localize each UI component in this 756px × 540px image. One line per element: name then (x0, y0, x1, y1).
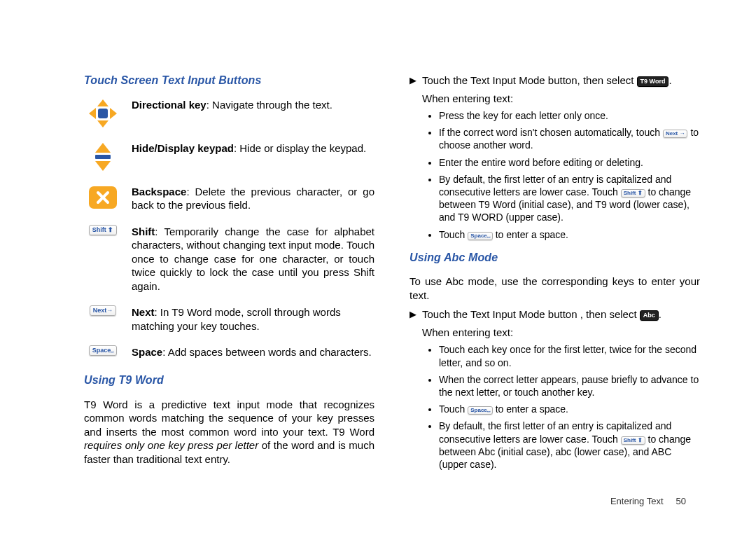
t9-bullet-5: Touch Space⎵ to enter a space. (439, 228, 700, 241)
next-key-icon: Next→ (84, 305, 122, 316)
space-desc: : Add spaces between words and character… (162, 346, 372, 358)
backspace-label: Backspace (132, 186, 186, 198)
left-column: Touch Screen Text Input Buttons Directio… (84, 74, 374, 512)
shift-inline-key-1: Shift ⬆ (621, 189, 645, 198)
t9-b5-pre: Touch (439, 229, 468, 240)
shift-key-icon: Shift ⬆ (84, 225, 122, 235)
row-shift: Shift ⬆ Shift: Temporarily change the ca… (84, 225, 374, 293)
abc-bullet-2: When the correct letter appears, pause b… (439, 373, 700, 399)
svg-rect-4 (98, 109, 108, 118)
t9word-key-button: T9 Word (637, 76, 669, 87)
row-directional-key: Directional key: Navigate through the te… (84, 98, 374, 129)
t9-bullet-3: Enter the entire word before editing or … (439, 156, 700, 169)
space-inline-key-1: Space⎵ (468, 232, 493, 240)
t9-bullet-2: If the correct word isn't chosen automat… (439, 126, 700, 151)
svg-marker-3 (110, 108, 117, 119)
abc-bullet-3: Touch Space⎵ to enter a space. (439, 403, 700, 415)
space-inline-key-2: Space⎵ (468, 406, 493, 415)
right-column: ▶ Touch the Text Input Mode button, then… (410, 74, 700, 512)
abc-key-button: Abc (640, 310, 659, 321)
page-footer: Entering Text50 (610, 496, 686, 506)
directional-key-text: Directional key: Navigate through the te… (132, 98, 374, 112)
svg-marker-0 (97, 99, 108, 106)
hide-keypad-label: Hide/Display keypad (132, 142, 234, 154)
abc-intro-paragraph: To use Abc mode, use the corresponding k… (410, 275, 700, 302)
when-entering-text-2: When entering text: (422, 326, 513, 338)
directional-key-label: Directional key (132, 99, 206, 111)
hide-keypad-text: Hide/Display keypad: Hide or display the… (132, 141, 374, 155)
abc-b3-pre: Touch (439, 403, 468, 415)
directional-pad-icon (84, 98, 122, 129)
abc-bullet-4: By default, the first letter of an entry… (439, 420, 700, 471)
step-marker-icon-2: ▶ (410, 309, 416, 321)
shift-key-button: Shift ⬆ (89, 225, 118, 235)
hide-keypad-icon (84, 141, 122, 172)
abc-b3-post: to enter a space. (496, 403, 568, 415)
svg-marker-1 (97, 120, 108, 127)
manual-page: Touch Screen Text Input Buttons Directio… (0, 0, 756, 540)
abc-step-pre: Touch the Text Input Mode button , then … (422, 308, 640, 320)
next-desc: : In T9 Word mode, scroll through words … (132, 306, 341, 332)
shift-text: Shift: Temporarily change the case for a… (132, 225, 374, 293)
footer-section: Entering Text (610, 496, 664, 506)
svg-marker-5 (95, 143, 111, 153)
t9-bullet-list: Press the key for each letter only once.… (422, 109, 700, 241)
next-inline-key: Next → (663, 130, 688, 138)
t9-para-pre: T9 Word is a predictive text input mode … (84, 399, 374, 438)
step-marker-icon: ▶ (410, 75, 416, 87)
abc-bullet-1: Touch each key once for the first letter… (439, 343, 700, 368)
t9-step-1: ▶ Touch the Text Input Mode button, then… (410, 74, 700, 105)
row-backspace: Backspace: Delete the previous character… (84, 185, 374, 212)
space-text: Space: Add spaces between words and char… (132, 345, 374, 359)
space-key-button: Space⎵ (89, 345, 118, 356)
next-text: Next: In T9 Word mode, scroll through wo… (132, 305, 374, 333)
directional-key-desc: : Navigate through the text. (206, 99, 332, 111)
svg-rect-6 (95, 155, 111, 159)
t9-para-emph: requires only one key press per letter (84, 439, 258, 451)
heading-abc-mode: Using Abc Mode (410, 251, 700, 265)
shift-label: Shift (132, 226, 155, 237)
abc-step-body: Touch the Text Input Mode button , then … (422, 307, 700, 339)
space-label: Space (132, 346, 162, 358)
svg-marker-7 (95, 161, 111, 171)
t9-step-post: . (668, 74, 671, 86)
t9-step-body: Touch the Text Input Mode button, then s… (422, 74, 700, 105)
abc-step-post: . (659, 308, 662, 320)
t9-b2-pre: If the correct word isn't chosen automat… (439, 127, 663, 138)
row-hide-keypad: Hide/Display keypad: Hide or display the… (84, 141, 374, 172)
shift-desc: : Temporarily change the case for alphab… (132, 226, 374, 292)
next-label: Next (132, 306, 155, 318)
when-entering-text-1: When entering text: (422, 92, 513, 104)
abc-step-1: ▶ Touch the Text Input Mode button , the… (410, 307, 700, 339)
shift-inline-key-2: Shift ⬆ (621, 436, 645, 445)
backspace-text: Backspace: Delete the previous character… (132, 185, 374, 212)
hide-keypad-desc: : Hide or display the keypad. (234, 142, 366, 154)
svg-marker-2 (89, 108, 96, 119)
row-next: Next→ Next: In T9 Word mode, scroll thro… (84, 305, 374, 333)
space-key-icon: Space⎵ (84, 345, 122, 356)
t9-b5-post: to enter a space. (496, 229, 568, 240)
next-key-button: Next→ (90, 305, 117, 316)
t9-bullet-1: Press the key for each letter only once. (439, 109, 700, 122)
heading-touch-buttons: Touch Screen Text Input Buttons (84, 74, 374, 88)
row-space: Space⎵ Space: Add spaces between words a… (84, 345, 374, 359)
t9-step-pre: Touch the Text Input Mode button, then s… (422, 74, 637, 86)
t9-word-paragraph: T9 Word is a predictive text input mode … (84, 398, 374, 466)
heading-t9-word: Using T9 Word (84, 373, 374, 388)
backspace-icon (84, 185, 122, 210)
abc-bullet-list: Touch each key once for the first letter… (422, 343, 700, 471)
t9-bullet-4: By default, the first letter of an entry… (439, 173, 700, 224)
footer-page-number: 50 (676, 496, 686, 506)
